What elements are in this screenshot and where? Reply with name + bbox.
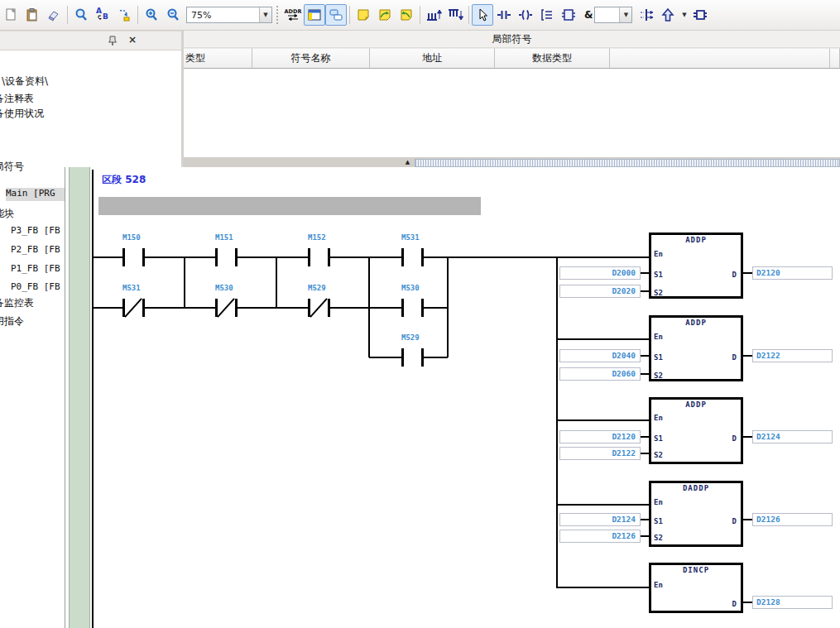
tree-item[interactable]: \设备资料\	[2, 74, 109, 88]
network-comment-bar[interactable]	[98, 197, 481, 215]
operand-input[interactable]: D2020	[559, 285, 641, 298]
compare-tool-button[interactable]	[636, 4, 657, 26]
contact-bar	[235, 248, 238, 266]
operand-output[interactable]: D2120	[752, 266, 833, 280]
contact-bar	[401, 348, 404, 367]
contact-bar	[122, 248, 125, 266]
collapse-button[interactable]: ▲	[402, 158, 413, 166]
line-tool-dropdown[interactable]: ▼	[679, 7, 689, 23]
insert-network-above-button[interactable]	[423, 4, 444, 26]
yellow-page-button[interactable]	[353, 4, 374, 26]
tree-item-label: \设备资料\	[2, 75, 48, 87]
tree-item[interactable]: Main [PRG	[6, 188, 67, 201]
addr-icon: ADDR	[285, 9, 302, 22]
symbol-table-toggle[interactable]	[304, 4, 325, 26]
instruction-combo[interactable]: ▼	[594, 7, 632, 23]
pin-label-en: En	[654, 581, 663, 589]
operand-input[interactable]: D2126	[559, 530, 641, 543]
no-contact[interactable]	[215, 247, 238, 267]
horizontal-splitter[interactable]: ▲	[184, 157, 840, 167]
select-tool-button[interactable]	[472, 4, 493, 26]
tree-item-label: P1_FB [FB	[11, 263, 60, 274]
operand-stub	[641, 290, 649, 292]
column-header[interactable]: 符号名称	[252, 48, 370, 69]
no-contact[interactable]	[308, 247, 330, 267]
output-stub	[743, 355, 752, 357]
section-label: 区段 528	[102, 173, 146, 187]
nc-contact[interactable]	[122, 298, 145, 318]
operand-input[interactable]: D2122	[559, 447, 641, 460]
tree-item-label: 用指令	[0, 314, 24, 328]
device-label: M531	[401, 233, 420, 242]
comment-toggle[interactable]	[325, 4, 347, 26]
pin-label-s1: S1	[654, 517, 663, 525]
nc-slash	[124, 298, 142, 318]
show-address-toggle[interactable]: ADDR	[282, 4, 304, 26]
tree-item-label: Main [PRG	[6, 188, 55, 199]
zoom-level-value: 75%	[187, 10, 259, 21]
instruction-combo-arrow[interactable]: ▼	[619, 7, 631, 22]
function-block[interactable]: ADDPEnS1S2D	[649, 397, 743, 464]
operand-output[interactable]: D2126	[752, 513, 833, 526]
column-header[interactable]	[830, 48, 840, 69]
column-header[interactable]: 地址	[370, 48, 495, 69]
splitter-handle[interactable]	[415, 159, 840, 167]
contact-bar	[401, 299, 404, 317]
operand-input[interactable]: D2040	[559, 349, 641, 362]
no-contact[interactable]	[122, 247, 145, 267]
function-block[interactable]: DADDPEnS1S2D	[649, 481, 743, 547]
window-icon	[307, 7, 322, 22]
app-window: A B 75% ▼ ADDR	[0, 0, 840, 628]
yellow-arrow-out-button[interactable]	[396, 4, 417, 26]
no-contact[interactable]	[401, 298, 424, 318]
device-label: M529	[401, 333, 420, 342]
insert-network-below-button[interactable]	[444, 4, 466, 26]
operand-output[interactable]: D2122	[752, 349, 833, 362]
function-block[interactable]: ADDPEnS1S2D	[649, 315, 743, 381]
yellow-arrow-in-icon	[377, 7, 392, 22]
insert-network-above-icon	[425, 7, 442, 22]
column-header[interactable]: 数据类型	[495, 48, 610, 69]
network-block-tool-button[interactable]	[689, 4, 711, 26]
network-margin[interactable]	[69, 167, 90, 628]
tree-item-label: 能块	[0, 207, 14, 220]
function-block-import-button[interactable]	[558, 4, 579, 26]
block-title: ADDP	[651, 319, 741, 327]
pin-label-d: D	[732, 517, 737, 525]
operand-input[interactable]: D2124	[559, 513, 641, 526]
operand-output[interactable]: D2124	[752, 430, 833, 443]
zoom-level-combo[interactable]: 75% ▼	[186, 7, 272, 23]
operand-input[interactable]: D2120	[559, 430, 641, 443]
tree-item[interactable]: 备注释表	[0, 92, 108, 105]
contact-tool-button[interactable]	[493, 4, 515, 26]
column-header[interactable]: 类型	[184, 48, 252, 69]
no-contact[interactable]	[401, 247, 424, 267]
pin-label-d: D	[732, 271, 737, 279]
operand-output[interactable]: D2128	[752, 596, 833, 609]
no-contact[interactable]	[401, 348, 424, 367]
coil-tool-button[interactable]	[515, 4, 536, 26]
yellow-arrow-in-button[interactable]	[374, 4, 396, 26]
block-title: DADDP	[651, 484, 741, 492]
wire	[557, 504, 649, 506]
contact-bar	[215, 299, 218, 317]
zoom-combo-arrow[interactable]: ▼	[259, 7, 271, 22]
pin-label-s2: S2	[654, 534, 663, 542]
wire	[557, 338, 649, 340]
instruction-tool-button[interactable]	[536, 4, 558, 26]
function-block[interactable]: ADDPEnS1S2D	[649, 233, 743, 299]
toolbar-separator	[349, 6, 350, 24]
contact-icon	[497, 7, 511, 22]
operand-input[interactable]: D2060	[559, 367, 641, 381]
output-stub	[743, 519, 752, 520]
comment-icon	[329, 7, 343, 22]
column-header[interactable]	[610, 48, 830, 69]
function-block[interactable]: DINCPEnD	[649, 563, 743, 613]
operand-input[interactable]: D2000	[559, 266, 641, 280]
device-label: M150	[122, 233, 141, 242]
tree-item[interactable]: 备使用状况	[0, 107, 108, 120]
wire	[557, 587, 649, 588]
vertical-line-tool-button[interactable]	[657, 4, 679, 26]
nc-contact[interactable]	[308, 298, 330, 318]
nc-contact[interactable]	[215, 298, 238, 318]
